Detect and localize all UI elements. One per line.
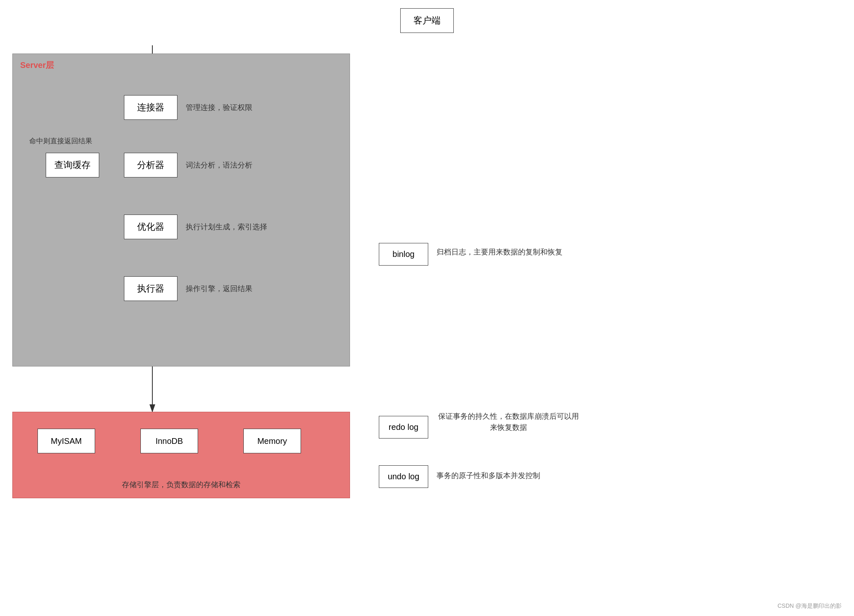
executor-annotation: 操作引擎，返回结果 xyxy=(186,284,252,294)
binlog-box: binlog xyxy=(379,243,428,266)
optimizer-label: 优化器 xyxy=(137,221,164,233)
myisam-box: MyISAM xyxy=(37,429,95,453)
storage-layer: MyISAM InnoDB Memory 存储引擎层，负责数据的存储和检索 xyxy=(12,412,350,498)
connector-annotation: 管理连接，验证权限 xyxy=(186,103,252,112)
connector-box: 连接器 xyxy=(124,95,177,120)
analyzer-annotation: 词法分析，语法分析 xyxy=(186,160,252,170)
query-cache-box: 查询缓存 xyxy=(46,153,99,177)
server-layer-label: Server层 xyxy=(20,60,54,71)
memory-box: Memory xyxy=(243,429,301,453)
innodb-box: InnoDB xyxy=(140,429,198,453)
undolog-label: undo log xyxy=(388,472,420,481)
memory-label: Memory xyxy=(257,436,287,446)
executor-label: 执行器 xyxy=(137,282,164,295)
storage-description: 存储引擎层，负责数据的存储和检索 xyxy=(13,480,350,490)
redolog-box: redo log xyxy=(379,416,428,439)
footer-credit: CSDN @海是鹏印出的影 xyxy=(777,602,842,610)
query-cache-annotation: 命中则直接返回结果 xyxy=(29,136,92,146)
binlog-label: binlog xyxy=(392,250,414,259)
connector-label: 连接器 xyxy=(137,101,164,114)
client-label: 客户端 xyxy=(413,14,441,27)
server-layer: Server层 连接器 管理连接，验证权限 命中则直接返回结果 查询缓存 分析器… xyxy=(12,54,350,366)
optimizer-box: 优化器 xyxy=(124,215,177,239)
undolog-description: 事务的原子性和多版本并发控制 xyxy=(436,471,581,481)
analyzer-label: 分析器 xyxy=(137,159,164,171)
analyzer-box: 分析器 xyxy=(124,153,177,177)
query-cache-label: 查询缓存 xyxy=(54,159,91,171)
binlog-description: 归档日志，主要用来数据的复制和恢复 xyxy=(436,247,581,257)
redolog-label: redo log xyxy=(389,422,418,432)
myisam-label: MyISAM xyxy=(51,436,82,446)
client-box: 客户端 xyxy=(400,8,454,33)
redolog-description: 保证事务的持久性，在数据库崩溃后可以用来恢复数据 xyxy=(436,411,581,433)
executor-box: 执行器 xyxy=(124,276,177,301)
innodb-label: InnoDB xyxy=(156,436,183,446)
optimizer-annotation: 执行计划生成，索引选择 xyxy=(186,222,267,232)
undolog-box: undo log xyxy=(379,465,428,488)
